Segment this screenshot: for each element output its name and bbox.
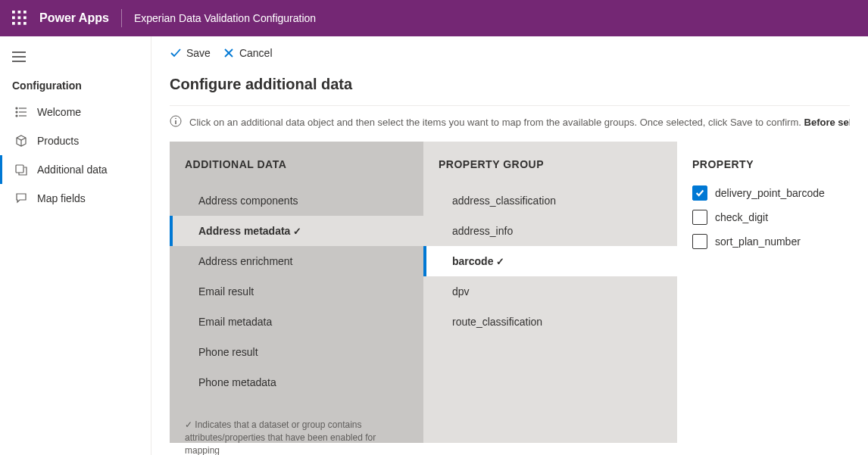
panel-header: PROPERTY — [677, 142, 850, 185]
panel-header: PROPERTY GROUP — [423, 142, 677, 185]
property-group-item[interactable]: dpv — [423, 276, 677, 307]
property-label: sort_plan_number — [715, 235, 801, 248]
panel-additional-data: ADDITIONAL DATA Address componentsAddres… — [170, 142, 423, 443]
save-button[interactable]: Save — [170, 47, 211, 59]
svg-rect-5 — [23, 17, 27, 20]
additional-data-item[interactable]: Email result — [170, 276, 423, 307]
checkbox[interactable] — [692, 234, 707, 249]
sidebar-section-title: Configuration — [0, 70, 151, 98]
panel-header: ADDITIONAL DATA — [170, 142, 423, 185]
sidebar-item-label: Products — [37, 135, 79, 147]
sidebar-item-map-fields[interactable]: Map fields — [0, 184, 151, 213]
property-group-item[interactable]: route_classification — [423, 307, 677, 337]
property-item[interactable]: delivery_point_barcode — [692, 185, 835, 201]
property-label: check_digit — [715, 211, 768, 223]
checkbox[interactable] — [692, 210, 707, 225]
svg-rect-18 — [16, 165, 23, 173]
panel-property-group: PROPERTY GROUP address_classificationadd… — [423, 142, 677, 443]
svg-rect-6 — [12, 22, 15, 25]
app-name: Experian Data Validation Configuration — [134, 12, 316, 24]
sidebar-item-products[interactable]: Products — [0, 126, 151, 155]
comment-icon — [14, 192, 28, 205]
data-icon — [14, 163, 28, 176]
waffle-icon[interactable] — [12, 11, 27, 26]
additional-data-item[interactable]: Phone metadata — [170, 367, 423, 397]
svg-rect-4 — [18, 17, 21, 20]
package-icon — [14, 134, 28, 148]
svg-rect-1 — [18, 11, 21, 14]
additional-data-item[interactable]: Address components — [170, 185, 423, 216]
info-text-bold: Before selecting any items, — [804, 117, 850, 128]
check-icon: ✓ — [293, 226, 301, 237]
additional-data-item[interactable]: Address metadata ✓ — [170, 216, 423, 246]
svg-point-23 — [175, 118, 176, 120]
sidebar-item-welcome[interactable]: Welcome — [0, 98, 151, 126]
property-group-item[interactable]: address_classification — [423, 185, 677, 216]
svg-rect-3 — [12, 17, 15, 20]
additional-data-item[interactable]: Email metadata — [170, 307, 423, 337]
hamburger-icon[interactable] — [0, 45, 151, 70]
additional-data-item[interactable]: Address enrichment — [170, 246, 423, 276]
topbar: Power Apps Experian Data Validation Conf… — [0, 0, 868, 36]
svg-point-16 — [16, 111, 17, 113]
sidebar-item-label: Additional data — [37, 164, 108, 176]
svg-rect-0 — [12, 11, 15, 14]
save-button-label: Save — [186, 47, 211, 59]
svg-point-17 — [16, 115, 17, 117]
property-group-item[interactable]: barcode ✓ — [423, 246, 677, 276]
cancel-button[interactable]: Cancel — [223, 47, 273, 59]
sidebar-item-label: Welcome — [37, 106, 81, 118]
brand-label: Power Apps — [39, 11, 109, 25]
cancel-button-label: Cancel — [239, 47, 273, 59]
panel-footnote: ✓ Indicates that a dataset or group cont… — [170, 397, 423, 455]
property-label: delivery_point_barcode — [715, 187, 825, 199]
list-icon — [14, 105, 28, 119]
info-message: Click on an additional data object and t… — [170, 105, 850, 142]
info-icon — [170, 115, 182, 129]
property-item[interactable]: sort_plan_number — [692, 234, 835, 249]
svg-point-15 — [16, 108, 17, 109]
topbar-divider — [121, 9, 122, 27]
toolbar: Save Cancel — [151, 36, 868, 70]
property-group-item[interactable]: address_info — [423, 216, 677, 246]
check-icon: ✓ — [496, 256, 504, 267]
sidebar-item-additional-data[interactable]: Additional data — [0, 155, 151, 184]
sidebar-item-label: Map fields — [37, 192, 86, 204]
sidebar: Configuration Welcome Products Additiona… — [0, 36, 151, 455]
info-text: Click on an additional data object and t… — [189, 117, 801, 128]
svg-rect-8 — [23, 22, 27, 25]
checkbox[interactable] — [692, 185, 707, 201]
svg-rect-7 — [18, 22, 21, 25]
svg-rect-2 — [23, 11, 27, 14]
additional-data-item[interactable]: Phone result — [170, 337, 423, 367]
page-title: Configure additional data — [170, 70, 850, 105]
panel-property: PROPERTY delivery_point_barcodecheck_dig… — [677, 142, 850, 443]
property-item[interactable]: check_digit — [692, 210, 835, 225]
